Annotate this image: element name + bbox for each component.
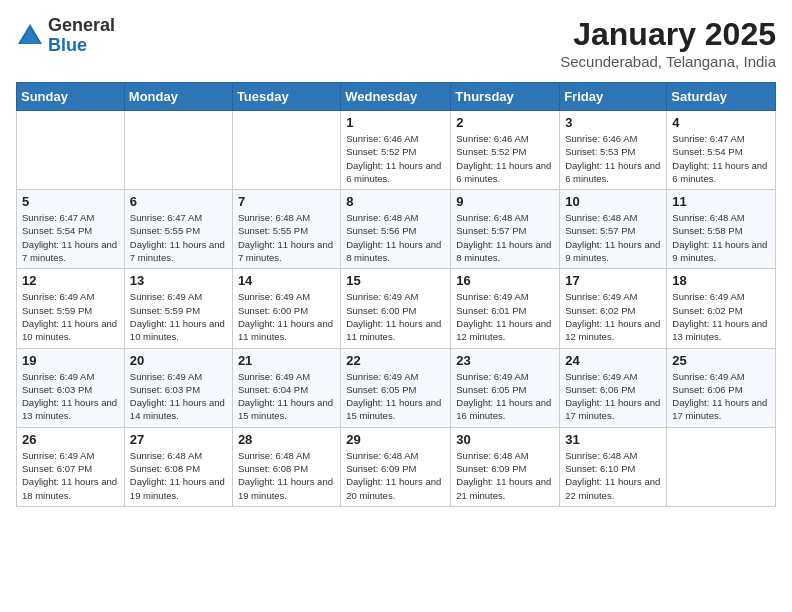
- day-number: 28: [238, 432, 335, 447]
- page-header: General Blue January 2025 Secunderabad, …: [16, 16, 776, 70]
- day-info: Sunrise: 6:49 AMSunset: 6:06 PMDaylight:…: [565, 370, 661, 423]
- week-row-3: 12Sunrise: 6:49 AMSunset: 5:59 PMDayligh…: [17, 269, 776, 348]
- weekday-header-tuesday: Tuesday: [232, 83, 340, 111]
- weekday-header-saturday: Saturday: [667, 83, 776, 111]
- day-info: Sunrise: 6:49 AMSunset: 6:00 PMDaylight:…: [238, 290, 335, 343]
- day-cell: 23Sunrise: 6:49 AMSunset: 6:05 PMDayligh…: [451, 348, 560, 427]
- day-number: 3: [565, 115, 661, 130]
- day-cell: 6Sunrise: 6:47 AMSunset: 5:55 PMDaylight…: [124, 190, 232, 269]
- day-info: Sunrise: 6:46 AMSunset: 5:52 PMDaylight:…: [346, 132, 445, 185]
- day-cell: 4Sunrise: 6:47 AMSunset: 5:54 PMDaylight…: [667, 111, 776, 190]
- day-cell: 19Sunrise: 6:49 AMSunset: 6:03 PMDayligh…: [17, 348, 125, 427]
- calendar-table: SundayMondayTuesdayWednesdayThursdayFrid…: [16, 82, 776, 507]
- week-row-4: 19Sunrise: 6:49 AMSunset: 6:03 PMDayligh…: [17, 348, 776, 427]
- day-number: 10: [565, 194, 661, 209]
- day-cell: 7Sunrise: 6:48 AMSunset: 5:55 PMDaylight…: [232, 190, 340, 269]
- day-number: 25: [672, 353, 770, 368]
- week-row-5: 26Sunrise: 6:49 AMSunset: 6:07 PMDayligh…: [17, 427, 776, 506]
- day-number: 27: [130, 432, 227, 447]
- day-info: Sunrise: 6:46 AMSunset: 5:53 PMDaylight:…: [565, 132, 661, 185]
- day-number: 21: [238, 353, 335, 368]
- day-number: 30: [456, 432, 554, 447]
- day-cell: 27Sunrise: 6:48 AMSunset: 6:08 PMDayligh…: [124, 427, 232, 506]
- week-row-2: 5Sunrise: 6:47 AMSunset: 5:54 PMDaylight…: [17, 190, 776, 269]
- day-info: Sunrise: 6:49 AMSunset: 5:59 PMDaylight:…: [22, 290, 119, 343]
- day-info: Sunrise: 6:48 AMSunset: 6:08 PMDaylight:…: [238, 449, 335, 502]
- day-number: 20: [130, 353, 227, 368]
- logo-general-text: General: [48, 16, 115, 36]
- day-cell: 17Sunrise: 6:49 AMSunset: 6:02 PMDayligh…: [560, 269, 667, 348]
- day-cell: 2Sunrise: 6:46 AMSunset: 5:52 PMDaylight…: [451, 111, 560, 190]
- calendar-title: January 2025: [560, 16, 776, 53]
- day-cell: [667, 427, 776, 506]
- weekday-header-thursday: Thursday: [451, 83, 560, 111]
- day-cell: [17, 111, 125, 190]
- day-info: Sunrise: 6:48 AMSunset: 5:56 PMDaylight:…: [346, 211, 445, 264]
- day-info: Sunrise: 6:49 AMSunset: 6:03 PMDaylight:…: [130, 370, 227, 423]
- day-cell: 8Sunrise: 6:48 AMSunset: 5:56 PMDaylight…: [341, 190, 451, 269]
- day-info: Sunrise: 6:49 AMSunset: 6:03 PMDaylight:…: [22, 370, 119, 423]
- day-cell: 22Sunrise: 6:49 AMSunset: 6:05 PMDayligh…: [341, 348, 451, 427]
- logo-blue-text: Blue: [48, 36, 115, 56]
- day-number: 16: [456, 273, 554, 288]
- day-info: Sunrise: 6:49 AMSunset: 6:04 PMDaylight:…: [238, 370, 335, 423]
- day-number: 12: [22, 273, 119, 288]
- logo-icon: [16, 22, 44, 50]
- day-number: 31: [565, 432, 661, 447]
- week-row-1: 1Sunrise: 6:46 AMSunset: 5:52 PMDaylight…: [17, 111, 776, 190]
- day-cell: 24Sunrise: 6:49 AMSunset: 6:06 PMDayligh…: [560, 348, 667, 427]
- day-number: 6: [130, 194, 227, 209]
- day-cell: 10Sunrise: 6:48 AMSunset: 5:57 PMDayligh…: [560, 190, 667, 269]
- day-info: Sunrise: 6:49 AMSunset: 6:06 PMDaylight:…: [672, 370, 770, 423]
- day-info: Sunrise: 6:48 AMSunset: 5:58 PMDaylight:…: [672, 211, 770, 264]
- day-cell: 13Sunrise: 6:49 AMSunset: 5:59 PMDayligh…: [124, 269, 232, 348]
- logo-text: General Blue: [48, 16, 115, 56]
- day-info: Sunrise: 6:48 AMSunset: 5:57 PMDaylight:…: [456, 211, 554, 264]
- day-number: 22: [346, 353, 445, 368]
- day-cell: 5Sunrise: 6:47 AMSunset: 5:54 PMDaylight…: [17, 190, 125, 269]
- day-info: Sunrise: 6:48 AMSunset: 5:55 PMDaylight:…: [238, 211, 335, 264]
- day-cell: 28Sunrise: 6:48 AMSunset: 6:08 PMDayligh…: [232, 427, 340, 506]
- day-cell: 20Sunrise: 6:49 AMSunset: 6:03 PMDayligh…: [124, 348, 232, 427]
- day-cell: 11Sunrise: 6:48 AMSunset: 5:58 PMDayligh…: [667, 190, 776, 269]
- day-info: Sunrise: 6:48 AMSunset: 5:57 PMDaylight:…: [565, 211, 661, 264]
- day-info: Sunrise: 6:49 AMSunset: 6:07 PMDaylight:…: [22, 449, 119, 502]
- day-cell: 25Sunrise: 6:49 AMSunset: 6:06 PMDayligh…: [667, 348, 776, 427]
- day-info: Sunrise: 6:49 AMSunset: 6:02 PMDaylight:…: [565, 290, 661, 343]
- day-number: 14: [238, 273, 335, 288]
- day-info: Sunrise: 6:47 AMSunset: 5:55 PMDaylight:…: [130, 211, 227, 264]
- day-cell: 30Sunrise: 6:48 AMSunset: 6:09 PMDayligh…: [451, 427, 560, 506]
- day-info: Sunrise: 6:48 AMSunset: 6:08 PMDaylight:…: [130, 449, 227, 502]
- day-number: 8: [346, 194, 445, 209]
- day-number: 29: [346, 432, 445, 447]
- day-info: Sunrise: 6:48 AMSunset: 6:09 PMDaylight:…: [456, 449, 554, 502]
- day-number: 5: [22, 194, 119, 209]
- day-info: Sunrise: 6:46 AMSunset: 5:52 PMDaylight:…: [456, 132, 554, 185]
- day-cell: 14Sunrise: 6:49 AMSunset: 6:00 PMDayligh…: [232, 269, 340, 348]
- day-info: Sunrise: 6:48 AMSunset: 6:09 PMDaylight:…: [346, 449, 445, 502]
- weekday-header-sunday: Sunday: [17, 83, 125, 111]
- title-block: January 2025 Secunderabad, Telangana, In…: [560, 16, 776, 70]
- day-cell: 16Sunrise: 6:49 AMSunset: 6:01 PMDayligh…: [451, 269, 560, 348]
- day-cell: 9Sunrise: 6:48 AMSunset: 5:57 PMDaylight…: [451, 190, 560, 269]
- day-cell: 26Sunrise: 6:49 AMSunset: 6:07 PMDayligh…: [17, 427, 125, 506]
- day-info: Sunrise: 6:47 AMSunset: 5:54 PMDaylight:…: [22, 211, 119, 264]
- day-cell: 29Sunrise: 6:48 AMSunset: 6:09 PMDayligh…: [341, 427, 451, 506]
- day-number: 1: [346, 115, 445, 130]
- day-cell: [124, 111, 232, 190]
- day-number: 13: [130, 273, 227, 288]
- day-number: 23: [456, 353, 554, 368]
- calendar-subtitle: Secunderabad, Telangana, India: [560, 53, 776, 70]
- day-number: 9: [456, 194, 554, 209]
- day-info: Sunrise: 6:49 AMSunset: 5:59 PMDaylight:…: [130, 290, 227, 343]
- day-number: 26: [22, 432, 119, 447]
- day-cell: 12Sunrise: 6:49 AMSunset: 5:59 PMDayligh…: [17, 269, 125, 348]
- day-cell: 1Sunrise: 6:46 AMSunset: 5:52 PMDaylight…: [341, 111, 451, 190]
- day-info: Sunrise: 6:49 AMSunset: 6:02 PMDaylight:…: [672, 290, 770, 343]
- day-info: Sunrise: 6:49 AMSunset: 6:00 PMDaylight:…: [346, 290, 445, 343]
- day-cell: 18Sunrise: 6:49 AMSunset: 6:02 PMDayligh…: [667, 269, 776, 348]
- day-number: 2: [456, 115, 554, 130]
- weekday-header-wednesday: Wednesday: [341, 83, 451, 111]
- day-number: 4: [672, 115, 770, 130]
- day-cell: 15Sunrise: 6:49 AMSunset: 6:00 PMDayligh…: [341, 269, 451, 348]
